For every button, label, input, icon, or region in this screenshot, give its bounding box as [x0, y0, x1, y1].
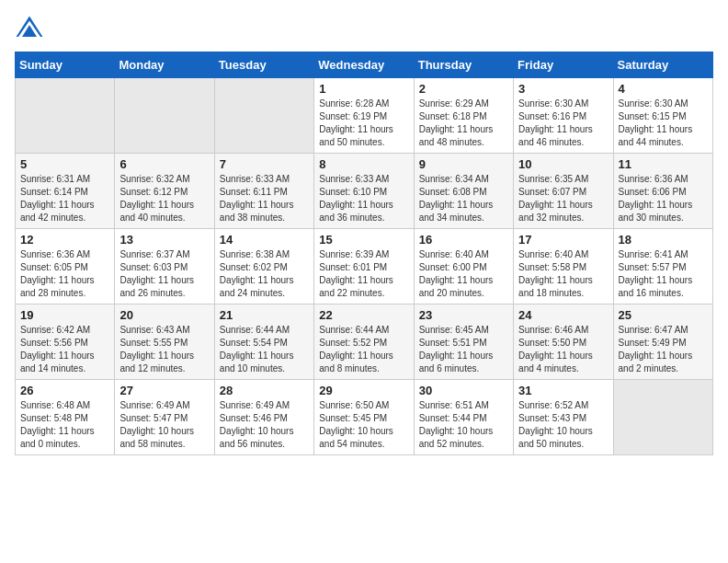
cell-content: Sunrise: 6:49 AMSunset: 5:46 PMDaylight:…	[220, 399, 309, 451]
day-number: 22	[319, 308, 408, 322]
day-number: 18	[619, 233, 708, 247]
weekday-header-monday: Monday	[115, 52, 214, 78]
calendar-cell: 26Sunrise: 6:48 AMSunset: 5:48 PMDayligh…	[16, 380, 115, 455]
cell-content: Sunrise: 6:46 AMSunset: 5:50 PMDaylight:…	[518, 324, 608, 375]
cell-content: Sunrise: 6:48 AMSunset: 5:48 PMDaylight:…	[20, 399, 109, 451]
weekday-header-wednesday: Wednesday	[314, 52, 414, 78]
cell-content: Sunrise: 6:44 AMSunset: 5:54 PMDaylight:…	[220, 324, 309, 375]
day-number: 25	[619, 308, 708, 322]
cell-content: Sunrise: 6:43 AMSunset: 5:55 PMDaylight:…	[119, 324, 209, 375]
calendar-week-row: 19Sunrise: 6:42 AMSunset: 5:56 PMDayligh…	[16, 304, 713, 380]
cell-content: Sunrise: 6:52 AMSunset: 5:43 PMDaylight:…	[518, 399, 608, 451]
cell-content: Sunrise: 6:51 AMSunset: 5:44 PMDaylight:…	[419, 399, 508, 451]
calendar-cell	[214, 78, 313, 154]
day-number: 24	[518, 308, 608, 322]
calendar-week-row: 5Sunrise: 6:31 AMSunset: 6:14 PMDaylight…	[16, 154, 713, 229]
calendar-cell: 1Sunrise: 6:28 AMSunset: 6:19 PMDaylight…	[314, 78, 414, 154]
logo-icon	[15, 15, 44, 40]
cell-content: Sunrise: 6:49 AMSunset: 5:47 PMDaylight:…	[119, 399, 209, 451]
calendar-week-row: 12Sunrise: 6:36 AMSunset: 6:05 PMDayligh…	[16, 229, 713, 304]
day-number: 1	[319, 82, 408, 96]
calendar-cell: 8Sunrise: 6:33 AMSunset: 6:10 PMDaylight…	[314, 154, 414, 229]
day-number: 28	[220, 384, 309, 397]
calendar-cell: 15Sunrise: 6:39 AMSunset: 6:01 PMDayligh…	[314, 229, 414, 304]
day-number: 7	[220, 157, 309, 171]
calendar-cell: 25Sunrise: 6:47 AMSunset: 5:49 PMDayligh…	[613, 304, 712, 380]
calendar-cell	[16, 78, 115, 154]
calendar-cell	[613, 380, 712, 455]
day-number: 19	[20, 308, 109, 322]
cell-content: Sunrise: 6:33 AMSunset: 6:10 PMDaylight:…	[319, 173, 408, 224]
calendar-cell: 5Sunrise: 6:31 AMSunset: 6:14 PMDaylight…	[16, 154, 115, 229]
calendar-cell: 28Sunrise: 6:49 AMSunset: 5:46 PMDayligh…	[214, 380, 313, 455]
day-number: 14	[220, 233, 309, 247]
cell-content: Sunrise: 6:50 AMSunset: 5:45 PMDaylight:…	[319, 399, 408, 451]
day-number: 6	[119, 157, 209, 171]
calendar-cell: 20Sunrise: 6:43 AMSunset: 5:55 PMDayligh…	[115, 304, 214, 380]
calendar-header: SundayMondayTuesdayWednesdayThursdayFrid…	[16, 52, 713, 78]
day-number: 15	[319, 233, 408, 247]
calendar-cell: 24Sunrise: 6:46 AMSunset: 5:50 PMDayligh…	[514, 304, 613, 380]
cell-content: Sunrise: 6:30 AMSunset: 6:16 PMDaylight:…	[518, 98, 608, 149]
cell-content: Sunrise: 6:29 AMSunset: 6:18 PMDaylight:…	[419, 98, 508, 149]
day-number: 12	[20, 233, 109, 247]
cell-content: Sunrise: 6:28 AMSunset: 6:19 PMDaylight:…	[319, 98, 408, 149]
cell-content: Sunrise: 6:38 AMSunset: 6:02 PMDaylight:…	[220, 248, 309, 300]
calendar-cell: 30Sunrise: 6:51 AMSunset: 5:44 PMDayligh…	[414, 380, 513, 455]
day-number: 26	[20, 384, 109, 397]
calendar-cell: 10Sunrise: 6:35 AMSunset: 6:07 PMDayligh…	[514, 154, 613, 229]
calendar-cell: 23Sunrise: 6:45 AMSunset: 5:51 PMDayligh…	[414, 304, 513, 380]
calendar-cell: 7Sunrise: 6:33 AMSunset: 6:11 PMDaylight…	[214, 154, 313, 229]
weekday-header-sunday: Sunday	[16, 52, 115, 78]
calendar-cell: 13Sunrise: 6:37 AMSunset: 6:03 PMDayligh…	[115, 229, 214, 304]
cell-content: Sunrise: 6:36 AMSunset: 6:06 PMDaylight:…	[619, 173, 708, 224]
cell-content: Sunrise: 6:31 AMSunset: 6:14 PMDaylight:…	[20, 173, 109, 224]
calendar-table: SundayMondayTuesdayWednesdayThursdayFrid…	[15, 52, 713, 455]
calendar-cell: 19Sunrise: 6:42 AMSunset: 5:56 PMDayligh…	[16, 304, 115, 380]
cell-content: Sunrise: 6:39 AMSunset: 6:01 PMDaylight:…	[319, 248, 408, 300]
weekday-header-row: SundayMondayTuesdayWednesdayThursdayFrid…	[16, 52, 713, 78]
calendar-cell: 11Sunrise: 6:36 AMSunset: 6:06 PMDayligh…	[613, 154, 712, 229]
weekday-header-thursday: Thursday	[414, 52, 513, 78]
calendar-cell: 31Sunrise: 6:52 AMSunset: 5:43 PMDayligh…	[514, 380, 613, 455]
cell-content: Sunrise: 6:42 AMSunset: 5:56 PMDaylight:…	[20, 324, 109, 375]
cell-content: Sunrise: 6:41 AMSunset: 5:57 PMDaylight:…	[619, 248, 708, 300]
day-number: 31	[518, 384, 608, 397]
weekday-header-saturday: Saturday	[613, 52, 712, 78]
day-number: 5	[20, 157, 109, 171]
calendar-cell: 18Sunrise: 6:41 AMSunset: 5:57 PMDayligh…	[613, 229, 712, 304]
day-number: 29	[319, 384, 408, 397]
calendar-cell: 16Sunrise: 6:40 AMSunset: 6:00 PMDayligh…	[414, 229, 513, 304]
cell-content: Sunrise: 6:47 AMSunset: 5:49 PMDaylight:…	[619, 324, 708, 375]
calendar-cell: 27Sunrise: 6:49 AMSunset: 5:47 PMDayligh…	[115, 380, 214, 455]
cell-content: Sunrise: 6:44 AMSunset: 5:52 PMDaylight:…	[319, 324, 408, 375]
day-number: 27	[119, 384, 209, 397]
calendar-cell	[115, 78, 214, 154]
cell-content: Sunrise: 6:45 AMSunset: 5:51 PMDaylight:…	[419, 324, 508, 375]
day-number: 10	[518, 157, 608, 171]
calendar-cell: 2Sunrise: 6:29 AMSunset: 6:18 PMDaylight…	[414, 78, 513, 154]
cell-content: Sunrise: 6:35 AMSunset: 6:07 PMDaylight:…	[518, 173, 608, 224]
calendar-cell: 17Sunrise: 6:40 AMSunset: 5:58 PMDayligh…	[514, 229, 613, 304]
cell-content: Sunrise: 6:30 AMSunset: 6:15 PMDaylight:…	[619, 98, 708, 149]
calendar-cell: 6Sunrise: 6:32 AMSunset: 6:12 PMDaylight…	[115, 154, 214, 229]
weekday-header-tuesday: Tuesday	[214, 52, 313, 78]
cell-content: Sunrise: 6:40 AMSunset: 5:58 PMDaylight:…	[518, 248, 608, 300]
logo	[15, 15, 48, 40]
day-number: 11	[619, 157, 708, 171]
cell-content: Sunrise: 6:32 AMSunset: 6:12 PMDaylight:…	[119, 173, 209, 224]
calendar-week-row: 1Sunrise: 6:28 AMSunset: 6:19 PMDaylight…	[16, 78, 713, 154]
day-number: 20	[119, 308, 209, 322]
calendar-cell: 22Sunrise: 6:44 AMSunset: 5:52 PMDayligh…	[314, 304, 414, 380]
cell-content: Sunrise: 6:36 AMSunset: 6:05 PMDaylight:…	[20, 248, 109, 300]
day-number: 23	[419, 308, 508, 322]
day-number: 16	[419, 233, 508, 247]
cell-content: Sunrise: 6:37 AMSunset: 6:03 PMDaylight:…	[119, 248, 209, 300]
calendar-cell: 29Sunrise: 6:50 AMSunset: 5:45 PMDayligh…	[314, 380, 414, 455]
day-number: 2	[419, 82, 508, 96]
calendar-cell: 14Sunrise: 6:38 AMSunset: 6:02 PMDayligh…	[214, 229, 313, 304]
calendar-cell: 9Sunrise: 6:34 AMSunset: 6:08 PMDaylight…	[414, 154, 513, 229]
calendar-cell: 3Sunrise: 6:30 AMSunset: 6:16 PMDaylight…	[514, 78, 613, 154]
day-number: 3	[518, 82, 608, 96]
day-number: 4	[619, 82, 708, 96]
